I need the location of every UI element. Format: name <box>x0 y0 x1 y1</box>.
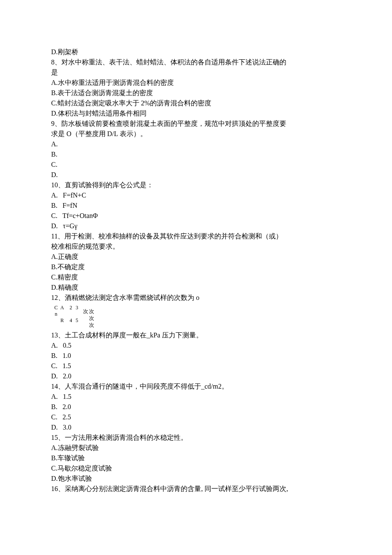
q11-stem-line2: 校准相应的规范要求。 <box>51 241 341 252</box>
q11-option-a: A.正确度 <box>51 252 341 262</box>
q13-option-d: D. 2.0 <box>51 371 341 381</box>
q9-option-d: D. <box>51 170 341 180</box>
q10-option-c: C. Tf=c+OtanΦ <box>51 211 341 221</box>
q13-option-c: C. 1.5 <box>51 361 341 371</box>
q12-rotated-col2: 3 5 2 4 <box>68 305 80 325</box>
q12-rotated-col3: 次 次 次 次 <box>83 305 95 325</box>
q9-stem-line1: 9、防水板铺设前要检查喷射混凝土表面的平整度，规范中对拱顶处的平整度要 <box>51 119 341 129</box>
q10-option-a: A. F=fN+C <box>51 190 341 200</box>
q13-stem: 13、土工合成材料的厚度一般在_kPa 压力下测量。 <box>51 330 341 340</box>
q8-stem-line1: 8、对水中称重法、表干法、蜡封蜡法、体积法的各自适用条件下述说法正确的 <box>51 57 341 67</box>
q14-stem: 14、人车混合通行的隧道中，中间段亮度不得低于_cd/m2。 <box>51 381 341 392</box>
q9-option-c: C. <box>51 160 341 170</box>
q14-option-a: A. 1.5 <box>51 392 341 402</box>
q7-option-d: D.刚架桥 <box>51 47 341 57</box>
q8-option-b: B.表干法适合测沥青混凝土的密度 <box>51 88 341 98</box>
q13-option-a: A. 0.5 <box>51 340 341 351</box>
q12-rotated-options: A R Cn 3 5 2 4 次 次 次 次 <box>51 305 341 325</box>
q8-option-c: C.蜡封法适合测定吸水率大于 2%的沥青混合料的密度 <box>51 98 341 108</box>
q8-stem-line2: 是 <box>51 67 341 78</box>
q12-rotated-col1: A R Cn <box>53 305 65 325</box>
q11-stem-line1: 11、用于检测、校准和抽样的设备及其软件应达到要求的并符合检测和（或） <box>51 231 341 241</box>
q15-option-a: A.冻融劈裂试验 <box>51 443 341 453</box>
q16-stem: 16、采纳离心分别法测定沥青混合料中沥青的含量, 同一试样至少平行试验两次, <box>51 484 341 494</box>
q10-option-b: B. F=fN <box>51 200 341 211</box>
q8-option-a: A.水中称重法适用于测沥青混合料的密度 <box>51 78 341 88</box>
q15-stem: 15、一方法用来检测沥青混合料的水稳定性。 <box>51 433 341 443</box>
q9-option-b: B. <box>51 149 341 160</box>
q14-option-c: C. 2.5 <box>51 412 341 422</box>
q10-stem: 10、直剪试验得到的库仑公式是： <box>51 180 341 190</box>
q14-option-b: B. 2.0 <box>51 402 341 412</box>
q11-option-c: C.精密度 <box>51 272 341 282</box>
q9-stem-line2: 求是 O（平整度用 D/L 表示）。 <box>51 129 341 139</box>
q12-stem: 12、酒精燃烧法测定含水率需燃烧试样的次数为 o <box>51 293 341 303</box>
q15-option-b: B.车辙试验 <box>51 453 341 463</box>
q13-option-b: B. 1.0 <box>51 351 341 361</box>
document-page: D.刚架桥 8、对水中称重法、表干法、蜡封蜡法、体积法的各自适用条件下述说法正确… <box>0 0 392 555</box>
q9-option-a: A. <box>51 139 341 149</box>
q10-option-d: D. τ=Gγ <box>51 221 341 231</box>
q8-option-d: D.体积法与封蜡法适用条件相同 <box>51 108 341 119</box>
q11-option-b: B.不确定度 <box>51 262 341 272</box>
q14-option-d: D. 3.0 <box>51 422 341 433</box>
q15-option-c: C.马歇尔稳定度试验 <box>51 463 341 474</box>
q15-option-d: D.饱水率试验 <box>51 474 341 484</box>
q11-option-d: D.精确度 <box>51 282 341 293</box>
